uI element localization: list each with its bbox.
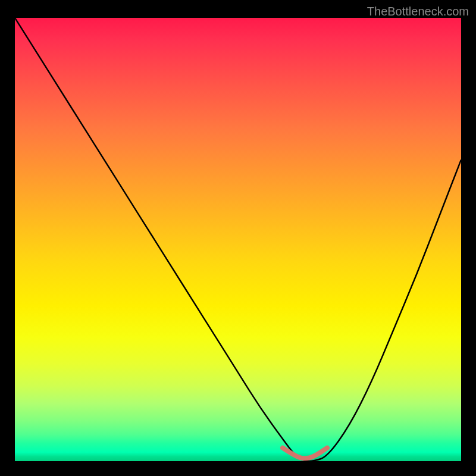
chart-svg [15, 18, 461, 461]
plot-area [15, 18, 461, 461]
highlight-segment [283, 448, 327, 459]
watermark-text: TheBottleneck.com [367, 5, 469, 18]
main-curve-line [15, 18, 461, 461]
